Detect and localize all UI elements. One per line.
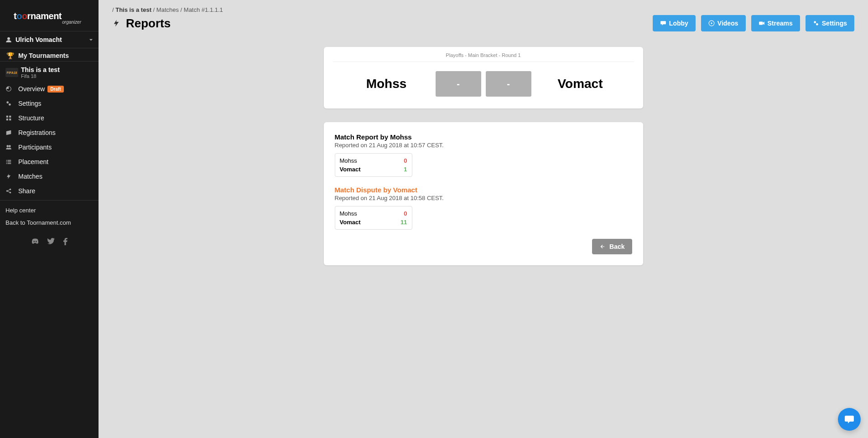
nav-share[interactable]: Share (0, 184, 99, 198)
nav-label: Registrations (18, 129, 56, 136)
breadcrumb-match[interactable]: Match #1.1.1.1 (184, 6, 223, 13)
main-content: / This is a test / Matches / Match #1.1.… (99, 0, 868, 438)
score-table: Mohss 0 Vomact 1 (335, 153, 412, 177)
nav-structure[interactable]: Structure (0, 111, 99, 125)
nav-label: Share (18, 187, 35, 195)
dispute-block: Match Dispute by Vomact Reported on 21 A… (335, 186, 632, 230)
svg-point-21 (814, 21, 816, 23)
chevron-down-icon (89, 38, 93, 42)
nav-overview[interactable]: Overview Draft (0, 82, 99, 96)
user-name: Ulrich Vomacht (16, 36, 89, 43)
score-row: Vomact 1 (340, 165, 407, 174)
svg-rect-15 (8, 163, 11, 164)
settings-button[interactable]: Settings (806, 15, 854, 31)
match-card: Playoffs - Main Bracket - Round 1 Mohss … (324, 47, 643, 108)
svg-rect-10 (6, 160, 7, 161)
chat-widget[interactable] (838, 408, 861, 431)
page-title: Reports (112, 16, 171, 31)
videos-button[interactable]: Videos (701, 15, 746, 31)
score-table: Mohss 0 Vomact 11 (335, 206, 412, 230)
draft-badge: Draft (47, 86, 63, 93)
player-score: 11 (400, 219, 407, 226)
trophy-icon: 🏆 (5, 52, 15, 59)
player-score: 0 (404, 210, 407, 217)
camera-icon (759, 20, 765, 26)
svg-rect-4 (6, 116, 8, 118)
nav-label: Placement (18, 158, 48, 165)
user-menu[interactable]: Ulrich Vomacht (0, 31, 99, 48)
score-row: Mohss 0 (340, 209, 407, 218)
gears-icon (813, 20, 819, 26)
svg-point-3 (9, 103, 11, 106)
report-timestamp: Reported on 21 Aug 2018 at 10:58 CEST. (335, 195, 632, 201)
bolt-icon (5, 173, 15, 180)
team1-score: - (436, 71, 481, 97)
svg-point-9 (9, 145, 11, 147)
dashboard-icon (5, 86, 15, 92)
bolt-icon (112, 18, 120, 29)
arrow-left-icon (599, 244, 606, 249)
reports-card: Match Report by Mohss Reported on 21 Aug… (324, 122, 643, 265)
discord-icon[interactable] (31, 238, 39, 245)
twitter-icon[interactable] (47, 238, 55, 245)
nav-label: Participants (18, 144, 52, 151)
user-icon (5, 36, 12, 43)
back-button[interactable]: Back (592, 239, 632, 254)
help-center-link[interactable]: Help center (5, 204, 93, 216)
svg-rect-14 (6, 163, 7, 164)
logo[interactable]: toornament organizer (0, 0, 99, 31)
team2-score: - (486, 71, 531, 97)
nav-label: My Tournaments (18, 52, 69, 59)
team1-name: Mohss (342, 77, 431, 91)
button-label: Lobby (669, 20, 688, 27)
player-name: Vomact (340, 219, 361, 226)
users-icon (5, 144, 15, 150)
button-label: Back (609, 243, 624, 250)
svg-rect-11 (8, 160, 11, 161)
svg-point-2 (6, 101, 9, 103)
button-label: Streams (768, 20, 793, 27)
tournament-item[interactable]: FIFA18 This is a test Fifa 18 (0, 63, 99, 82)
breadcrumb: / This is a test / Matches / Match #1.1.… (112, 6, 854, 13)
gears-icon (5, 100, 15, 107)
lobby-button[interactable]: Lobby (653, 15, 696, 31)
list-icon (5, 159, 15, 165)
score-row: Vomact 11 (340, 218, 407, 227)
nav-label: Structure (18, 114, 44, 122)
breadcrumb-tournament[interactable]: This is a test (115, 6, 151, 13)
round-label: Playoffs - Main Bracket - Round 1 (333, 52, 634, 62)
nav-participants[interactable]: Participants (0, 140, 99, 155)
team2-name: Vomact (536, 77, 625, 91)
social-links (0, 232, 99, 251)
player-score: 0 (404, 157, 407, 164)
footer-links: Help center Back to Toornament.com (0, 200, 99, 232)
nav-matches[interactable]: Matches (0, 169, 99, 184)
breadcrumb-section[interactable]: Matches (156, 6, 179, 13)
ticket-icon (5, 129, 15, 136)
report-title: Match Report by Mohss (335, 133, 632, 141)
nav-settings[interactable]: Settings (0, 96, 99, 111)
nav-label: Matches (18, 173, 42, 180)
tournament-title: This is a test (21, 66, 60, 73)
page-header: / This is a test / Matches / Match #1.1.… (99, 0, 868, 38)
svg-point-0 (7, 37, 10, 40)
nav-registrations[interactable]: Registrations (0, 125, 99, 140)
svg-rect-7 (9, 119, 11, 120)
svg-rect-20 (759, 22, 763, 25)
player-name: Vomact (340, 166, 361, 173)
report-timestamp: Reported on 21 Aug 2018 at 10:57 CEST. (335, 142, 632, 149)
back-to-site-link[interactable]: Back to Toornament.com (5, 216, 93, 229)
streams-button[interactable]: Streams (751, 15, 800, 31)
nav-label: Settings (18, 100, 42, 107)
nav-my-tournaments[interactable]: 🏆 My Tournaments (0, 48, 99, 62)
share-icon (5, 188, 15, 194)
player-name: Mohss (340, 210, 357, 217)
page-title-text: Reports (126, 16, 171, 31)
svg-point-8 (6, 145, 9, 147)
nav-placement[interactable]: Placement (0, 155, 99, 169)
button-label: Videos (717, 20, 738, 27)
facebook-icon[interactable] (63, 238, 68, 245)
svg-rect-6 (6, 119, 8, 120)
sidebar: toornament organizer Ulrich Vomacht 🏆 My… (0, 0, 99, 438)
report-block: Match Report by Mohss Reported on 21 Aug… (335, 133, 632, 177)
